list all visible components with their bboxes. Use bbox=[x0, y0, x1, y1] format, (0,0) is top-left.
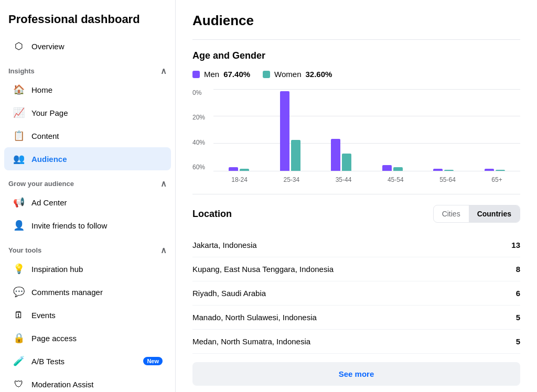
age-gender-chart: 60% 40% 20% 0% 18-2425-3435-4445-5455-64… bbox=[192, 89, 520, 183]
bar-men-45-54 bbox=[382, 165, 392, 171]
ad-center-icon: 📢 bbox=[13, 196, 25, 209]
page-access-icon: 🔒 bbox=[13, 332, 25, 344]
sidebar-item-home[interactable]: 🏠 Home bbox=[4, 78, 171, 101]
location-count: 5 bbox=[516, 313, 520, 322]
overview-label: Overview bbox=[31, 42, 65, 51]
your-page-label: Your Page bbox=[31, 108, 68, 117]
location-name: Jakarta, Indonesia bbox=[192, 241, 257, 249]
legend-women: Women 32.60% bbox=[263, 70, 332, 79]
overview-icon: ⬡ bbox=[13, 40, 25, 52]
grow-label: Grow your audience bbox=[8, 180, 74, 188]
bar-men-55-64 bbox=[433, 169, 443, 171]
location-row: Jakarta, Indonesia13 bbox=[192, 233, 520, 257]
location-count: 6 bbox=[516, 289, 520, 298]
y-label-20: 20% bbox=[192, 114, 213, 121]
inspiration-hub-label: Inspiration hub bbox=[31, 265, 83, 274]
y-label-40: 40% bbox=[192, 139, 213, 146]
bar-group-18-24 bbox=[229, 167, 249, 171]
comments-manager-label: Comments manager bbox=[31, 288, 103, 297]
grow-chevron[interactable]: ∧ bbox=[160, 179, 167, 189]
content-icon: 📋 bbox=[13, 129, 25, 142]
bar-men-18-24 bbox=[229, 167, 238, 171]
chart-y-labels: 60% 40% 20% 0% bbox=[192, 89, 213, 171]
grid-line-0 bbox=[213, 171, 520, 171]
page-access-label: Page access bbox=[31, 334, 77, 343]
location-count: 5 bbox=[516, 337, 520, 346]
y-label-0: 0% bbox=[192, 89, 213, 96]
your-page-icon: 📈 bbox=[13, 106, 25, 119]
location-row: Medan, North Sumatra, Indonesia5 bbox=[192, 330, 520, 354]
women-pct: 32.60% bbox=[305, 70, 332, 79]
sidebar-item-comments-manager[interactable]: 💬 Comments manager bbox=[4, 280, 171, 303]
x-label-55-64: 55-64 bbox=[439, 176, 456, 183]
divider-top bbox=[192, 39, 520, 40]
moderation-assist-label: Moderation Assist bbox=[31, 380, 93, 389]
sidebar-item-moderation-assist[interactable]: 🛡 Moderation Assist bbox=[4, 373, 171, 392]
tools-section-header: Your tools ∧ bbox=[0, 237, 175, 257]
ab-tests-icon: 🧪 bbox=[13, 355, 25, 367]
home-icon: 🏠 bbox=[13, 83, 25, 96]
bar-women-45-54 bbox=[393, 167, 403, 171]
bar-women-25-34 bbox=[291, 140, 300, 171]
sidebar-item-events[interactable]: 🗓 Events bbox=[4, 303, 171, 326]
home-label: Home bbox=[31, 85, 52, 94]
location-count: 13 bbox=[511, 241, 520, 249]
sidebar-title: Professional dashboard bbox=[0, 8, 175, 35]
invite-friends-label: Invite friends to follow bbox=[31, 221, 107, 230]
location-name: Manado, North Sulawesi, Indonesia bbox=[192, 313, 317, 322]
sidebar-item-page-access[interactable]: 🔒 Page access bbox=[4, 326, 171, 350]
tab-cities[interactable]: Cities bbox=[434, 205, 469, 222]
sidebar-item-audience[interactable]: 👥 Audience bbox=[4, 147, 171, 170]
sidebar: Professional dashboard ⬡ Overview Insigh… bbox=[0, 0, 176, 392]
moderation-assist-icon: 🛡 bbox=[13, 378, 25, 390]
tab-countries[interactable]: Countries bbox=[469, 205, 520, 222]
sidebar-item-inspiration-hub[interactable]: 💡 Inspiration hub bbox=[4, 257, 171, 280]
sidebar-item-content[interactable]: 📋 Content bbox=[4, 124, 171, 147]
location-section: Location Cities Countries Jakarta, Indon… bbox=[192, 205, 520, 386]
x-label-35-44: 35-44 bbox=[336, 176, 352, 183]
bar-group-55-64 bbox=[433, 169, 454, 171]
insights-chevron[interactable]: ∧ bbox=[160, 66, 167, 76]
divider-middle bbox=[192, 194, 520, 194]
x-label-65+: 65+ bbox=[491, 176, 502, 183]
location-name: Riyadh, Saudi Arabia bbox=[192, 289, 266, 298]
sidebar-item-ab-tests[interactable]: 🧪 A/B Tests New bbox=[4, 350, 171, 373]
x-labels: 18-2425-3435-4445-5455-6465+ bbox=[213, 176, 520, 183]
location-tab-group: Cities Countries bbox=[433, 205, 520, 223]
bar-women-55-64 bbox=[444, 170, 454, 171]
x-label-18-24: 18-24 bbox=[231, 176, 248, 183]
sidebar-item-ad-center[interactable]: 📢 Ad Center bbox=[4, 191, 171, 214]
see-more-button[interactable]: See more bbox=[192, 362, 520, 386]
bar-men-25-34 bbox=[280, 91, 289, 171]
x-label-45-54: 45-54 bbox=[388, 176, 404, 183]
ad-center-label: Ad Center bbox=[31, 198, 67, 207]
women-dot bbox=[263, 71, 270, 78]
sidebar-item-invite-friends[interactable]: 👤 Invite friends to follow bbox=[4, 214, 171, 237]
ab-tests-badge: New bbox=[143, 357, 163, 365]
sidebar-item-your-page[interactable]: 📈 Your Page bbox=[4, 101, 171, 124]
grow-section-header: Grow your audience ∧ bbox=[0, 170, 175, 191]
bar-group-25-34 bbox=[280, 91, 300, 171]
location-rows: Jakarta, Indonesia13Kupang, East Nusa Te… bbox=[192, 233, 520, 354]
main-content: Audience Age and Gender Men 67.40% Women… bbox=[176, 0, 537, 392]
audience-icon: 👥 bbox=[13, 153, 25, 165]
content-card: Audience Age and Gender Men 67.40% Women… bbox=[176, 0, 537, 392]
events-label: Events bbox=[31, 311, 56, 320]
bar-women-65+ bbox=[496, 170, 505, 171]
insights-section-header: Insights ∧ bbox=[0, 58, 175, 78]
audience-label: Audience bbox=[31, 155, 67, 164]
location-row: Manado, North Sulawesi, Indonesia5 bbox=[192, 306, 520, 330]
ab-tests-label: A/B Tests bbox=[31, 357, 65, 366]
men-dot bbox=[192, 71, 200, 78]
men-pct: 67.40% bbox=[223, 70, 250, 79]
comments-manager-icon: 💬 bbox=[13, 286, 25, 298]
bar-group-45-54 bbox=[382, 165, 403, 171]
sidebar-item-overview[interactable]: ⬡ Overview bbox=[4, 35, 171, 58]
chart-area: 18-2425-3435-4445-5455-6465+ bbox=[213, 89, 520, 183]
bar-women-35-44 bbox=[342, 154, 351, 171]
bar-group-65+ bbox=[485, 169, 505, 171]
tools-chevron[interactable]: ∧ bbox=[160, 245, 167, 255]
bar-women-18-24 bbox=[240, 169, 249, 171]
insights-label: Insights bbox=[8, 67, 35, 75]
location-title: Location bbox=[192, 209, 232, 220]
